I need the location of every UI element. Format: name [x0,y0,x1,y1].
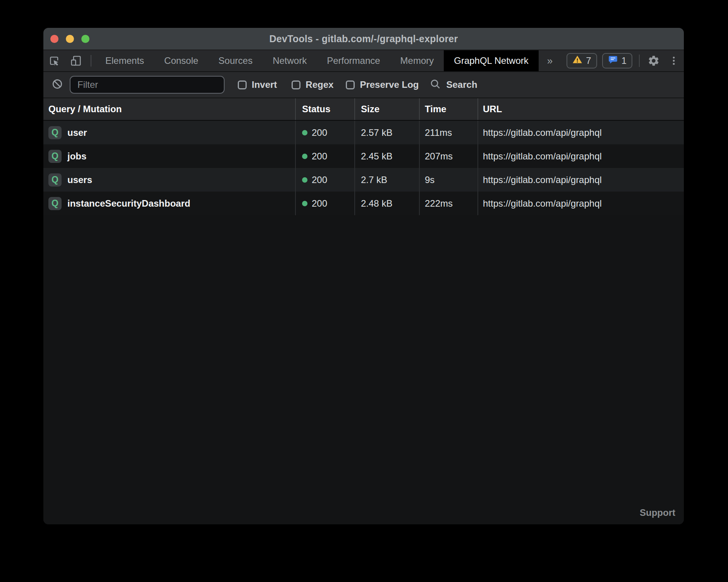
tab-sources[interactable]: Sources [208,50,263,71]
maximize-button[interactable] [81,35,89,43]
column-header-query-mutation[interactable]: Query / Mutation [43,98,295,120]
more-options-button[interactable] [664,50,684,71]
column-header-size[interactable]: Size [354,98,419,120]
status-code: 200 [312,127,327,138]
device-toolbar-icon [70,55,82,67]
warning-icon [572,55,582,67]
minimize-button[interactable] [66,35,74,43]
invert-checkbox-group[interactable]: Invert [238,79,277,90]
invert-checkbox[interactable] [238,80,247,89]
toolbar-separator [91,55,91,67]
tab-console[interactable]: Console [154,50,208,71]
titlebar: DevTools - gitlab.com/-/graphql-explorer [43,28,684,50]
request-url: https://gitlab.com/api/graphql [483,175,602,185]
table-row[interactable]: Q instanceSecurityDashboard 200 2.48 kB … [43,192,684,215]
column-header-time[interactable]: Time [419,98,477,120]
column-header-status[interactable]: Status [295,98,354,120]
tab-elements[interactable]: Elements [95,50,154,71]
request-url: https://gitlab.com/api/graphql [483,151,602,162]
query-type-badge: Q [48,126,62,139]
regex-checkbox[interactable] [292,80,300,89]
block-icon [52,78,63,91]
search-button[interactable]: Search [429,78,477,91]
warnings-count: 7 [586,55,591,66]
table-body: Q user 200 2.57 kB 211ms https://gitlab.… [43,121,684,215]
status-ok-dot [302,177,307,183]
issues-count: 1 [622,55,627,66]
status-code: 200 [312,198,327,209]
window-title: DevTools - gitlab.com/-/graphql-explorer [270,33,458,45]
response-time: 9s [425,175,434,185]
preserve-log-checkbox[interactable] [346,80,355,89]
empty-content-area: Support [43,215,684,524]
search-label: Search [446,79,477,90]
close-button[interactable] [50,35,58,43]
preserve-log-checkbox-group[interactable]: Preserve Log [346,79,419,90]
more-tabs-button[interactable]: » [539,50,561,71]
request-url: https://gitlab.com/api/graphql [483,198,602,209]
search-icon [429,78,446,91]
filter-toolbar: Invert Regex Preserve Log Search [43,72,684,98]
kebab-menu-icon [668,55,679,66]
table-row[interactable]: Q jobs 200 2.45 kB 207ms https://gitlab.… [43,144,684,168]
tab-memory[interactable]: Memory [390,50,444,71]
status-code: 200 [312,151,327,162]
query-type-badge: Q [48,197,62,210]
status-ok-dot [302,154,307,159]
warnings-badge-button[interactable]: 7 [567,53,597,68]
gear-icon [647,55,660,67]
filter-input[interactable] [70,76,225,94]
response-size: 2.7 kB [361,175,387,185]
table-header: Query / Mutation Status Size Time URL [43,98,684,121]
chevron-double-right-icon: » [547,55,553,67]
tab-performance[interactable]: Performance [317,50,390,71]
regex-checkbox-group[interactable]: Regex [292,79,333,90]
clear-button[interactable] [49,78,66,91]
query-name: jobs [67,151,86,162]
response-time: 211ms [425,127,452,138]
column-header-url[interactable]: URL [477,98,684,120]
regex-label: Regex [306,79,333,90]
settings-button[interactable] [644,50,664,71]
devtools-tabbar: Elements Console Sources Network Perform… [43,50,684,72]
query-type-badge: Q [48,150,62,163]
tab-graphql-network[interactable]: GraphQL Network [444,50,539,71]
message-icon [608,55,618,67]
status-ok-dot [302,130,307,135]
query-name: instanceSecurityDashboard [67,198,190,209]
response-size: 2.45 kB [361,151,392,162]
table-row[interactable]: Q user 200 2.57 kB 211ms https://gitlab.… [43,121,684,144]
traffic-lights [50,28,89,50]
badge-separator [639,55,640,67]
response-size: 2.57 kB [361,127,392,138]
issues-badge-button[interactable]: 1 [602,53,632,68]
invert-label: Invert [252,79,277,90]
request-url: https://gitlab.com/api/graphql [483,127,602,138]
query-type-badge: Q [48,173,62,187]
preserve-log-label: Preserve Log [360,79,419,90]
table-row[interactable]: Q users 200 2.7 kB 9s https://gitlab.com… [43,168,684,192]
devtools-window: DevTools - gitlab.com/-/graphql-explorer… [43,28,684,524]
tab-network[interactable]: Network [263,50,317,71]
response-time: 222ms [425,198,453,209]
response-time: 207ms [425,151,453,162]
status-ok-dot [302,201,307,206]
support-link[interactable]: Support [640,507,675,518]
inspect-element-button[interactable] [43,50,65,71]
query-name: users [67,175,92,185]
tabbar-spacer [561,50,567,71]
device-toolbar-button[interactable] [65,50,87,71]
query-name: user [67,127,87,138]
status-code: 200 [312,175,327,185]
inspect-icon [48,55,60,67]
response-size: 2.48 kB [361,198,392,209]
